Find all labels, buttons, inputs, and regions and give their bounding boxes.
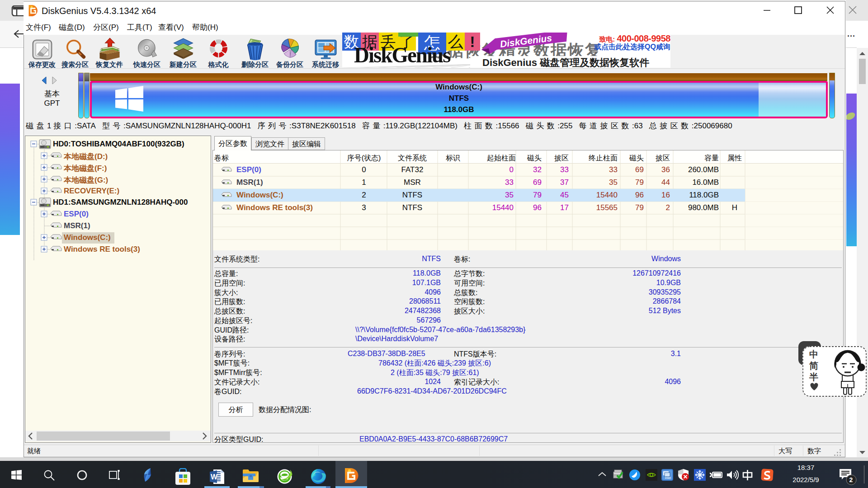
svg-text:W: W xyxy=(211,473,218,481)
svg-text:intel: intel xyxy=(665,476,671,479)
svg-text:2: 2 xyxy=(849,476,853,483)
